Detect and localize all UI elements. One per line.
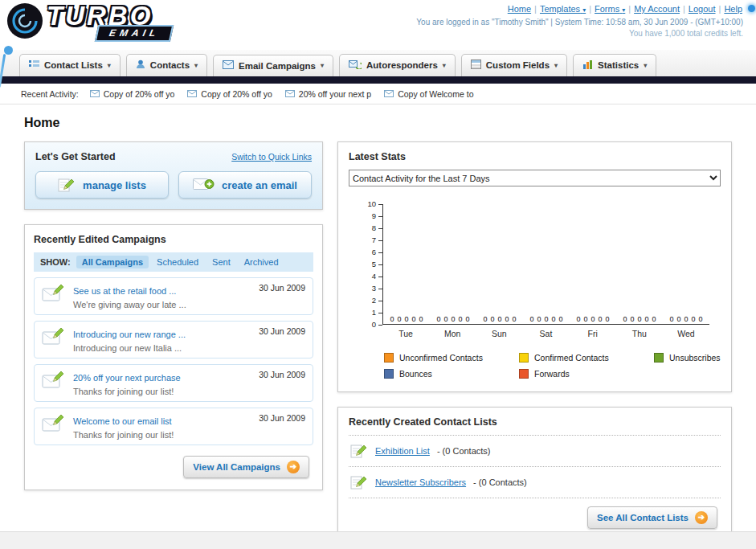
y-axis-tick-label: 9 — [372, 212, 376, 220]
tab-email-campaigns[interactable]: Email Campaigns ▾ — [213, 55, 333, 76]
latest-stats-panel: Latest Stats Contact Activity for the La… — [337, 141, 732, 392]
chevron-down-icon: ▾ — [443, 62, 446, 69]
logo-text: TURBO EMAIL — [47, 2, 172, 42]
y-axis-tick-mark — [378, 277, 382, 277]
logo-swirl-icon — [6, 2, 43, 43]
envelope-icon — [187, 89, 197, 99]
chart-bar-group: 00000 — [430, 315, 476, 324]
y-axis-tick-label: 1 — [372, 309, 376, 317]
envelope-icon — [285, 89, 295, 99]
logo-secondary-text: EMAIL — [95, 25, 174, 42]
separator: | — [683, 4, 685, 14]
top-link-home[interactable]: Home — [508, 4, 531, 14]
y-axis-tick-mark — [378, 228, 382, 229]
view-all-campaigns-button[interactable]: View All Campaigns ➔ — [183, 456, 309, 478]
bar-value-label: 0 — [559, 315, 563, 323]
y-axis-tick-mark — [378, 264, 382, 265]
bar-value-label: 0 — [419, 315, 423, 323]
chart-x-axis-labels: TueMonSunSatFriThuWed — [382, 329, 709, 338]
latest-stats-title: Latest Stats — [349, 151, 721, 162]
bar-value-label: 0 — [599, 315, 603, 323]
see-all-contact-lists-button[interactable]: See All Contact Lists ➔ — [587, 506, 717, 529]
separator: | — [719, 4, 721, 14]
legend-swatch — [384, 353, 394, 363]
campaign-row: Introducing our new range ... Introducin… — [34, 321, 313, 358]
legend-swatch — [519, 353, 529, 363]
bar-value-label: 0 — [513, 315, 517, 323]
y-axis-tick-label: 4 — [372, 272, 376, 281]
recent-activity-item[interactable]: Copy of 20% off yo — [90, 89, 175, 99]
legend-label: Forwards — [534, 369, 570, 379]
top-link-templates[interactable]: Templates ▾ — [540, 4, 586, 14]
campaign-title-link[interactable]: Welcome to our email list — [73, 416, 172, 426]
chevron-down-icon: ▾ — [554, 62, 558, 69]
contact-list-row: Newsletter Subscribers - (0 Contacts) — [349, 467, 721, 498]
campaign-date: 30 Jun 2009 — [259, 326, 305, 336]
legend-label: Unsubscribes — [669, 353, 721, 363]
bar-value-label: 0 — [459, 315, 463, 323]
legend-label: Bounces — [399, 369, 432, 379]
legend-item: Unsubscribes — [654, 353, 721, 363]
x-axis-label: Tue — [382, 329, 429, 338]
campaign-row: See us at the retail food ... We're givi… — [34, 277, 313, 315]
bar-value-label: 0 — [652, 315, 656, 323]
switch-quick-links-link[interactable]: Switch to Quick Links — [231, 152, 312, 162]
campaign-title-link[interactable]: Introducing our new range ... — [73, 330, 186, 339]
campaign-subtitle: We're giving away our late ... — [73, 300, 186, 309]
top-header: TURBO EMAIL Home|Templates ▾|Forms ▾|My … — [0, 0, 756, 50]
bar-value-label: 0 — [443, 315, 447, 323]
bar-value-label: 0 — [637, 315, 641, 323]
x-axis-label: Thu — [616, 329, 663, 338]
legend-swatch — [519, 369, 529, 379]
y-axis-tick-label: 2 — [372, 297, 376, 305]
top-link-forms[interactable]: Forms ▾ — [595, 4, 625, 14]
top-link-my-account[interactable]: My Account — [634, 4, 680, 14]
recent-activity-item[interactable]: Copy of 20% off yo — [187, 89, 272, 99]
y-axis-tick-label: 5 — [372, 260, 376, 268]
legend-item: Unconfirmed Contacts — [384, 353, 519, 363]
app-logo[interactable]: TURBO EMAIL — [6, 2, 172, 43]
contact-list-row: Exhibition List - (0 Contacts) — [349, 436, 721, 467]
create-email-button[interactable]: create an email — [178, 171, 312, 199]
filter-archived[interactable]: Archived — [239, 256, 284, 268]
get-started-panel: Let's Get Started Switch to Quick Links … — [24, 141, 323, 210]
recent-activity-item[interactable]: Copy of Welcome to — [384, 89, 473, 99]
bar-value-label: 0 — [630, 315, 634, 323]
chart-bar-group: 00000 — [616, 315, 663, 324]
tab-autoresponders[interactable]: Autoresponders ▾ — [339, 54, 456, 76]
bar-value-label: 0 — [552, 315, 556, 323]
bar-value-label: 0 — [692, 315, 696, 323]
chevron-down-icon: ▾ — [622, 6, 625, 14]
filter-scheduled[interactable]: Scheduled — [151, 256, 204, 268]
y-axis-tick-label: 0 — [372, 321, 376, 329]
edit-envelope-icon — [42, 413, 66, 436]
tab-contacts[interactable]: Contacts ▾ — [126, 54, 207, 76]
manage-lists-button[interactable]: manage lists — [35, 171, 169, 199]
campaign-title-link[interactable]: See us at the retail food ... — [73, 286, 176, 296]
tab-custom-fields[interactable]: Custom Fields ▾ — [461, 54, 567, 76]
pencil-paper-icon — [58, 176, 76, 195]
contact-lists-icon — [29, 59, 39, 71]
legend-label: Confirmed Contacts — [534, 353, 609, 363]
filter-all-campaigns[interactable]: All Campaigns — [76, 256, 149, 268]
filter-sent[interactable]: Sent — [206, 256, 236, 268]
tab-contact-lists[interactable]: Contact Lists ▾ — [19, 54, 121, 76]
chevron-down-icon: ▾ — [194, 62, 198, 69]
recent-activity-item[interactable]: 20% off your next p — [285, 89, 371, 99]
campaign-title-link[interactable]: 20% off your next purchase — [73, 373, 181, 383]
contact-list-name-link[interactable]: Newsletter Subscribers — [375, 477, 466, 487]
autoresponder-icon — [349, 59, 362, 71]
envelope-icon — [384, 89, 394, 99]
bar-value-label: 0 — [676, 315, 680, 323]
contact-list-name-link[interactable]: Exhibition List — [375, 446, 430, 456]
y-axis-tick-mark — [378, 289, 382, 289]
top-link-logout[interactable]: Logout — [689, 4, 716, 14]
form-fields-icon — [471, 59, 481, 71]
y-axis-tick-mark — [378, 301, 382, 301]
legend-item: Forwards — [519, 369, 654, 379]
recent-activity-label: Recent Activity: — [21, 89, 79, 99]
chart-y-axis: 109876543210 — [360, 204, 382, 325]
top-link-help[interactable]: Help — [724, 4, 742, 14]
stats-period-select[interactable]: Contact Activity for the Last 7 Days — [349, 170, 721, 186]
tab-statistics[interactable]: Statistics ▾ — [573, 54, 656, 76]
